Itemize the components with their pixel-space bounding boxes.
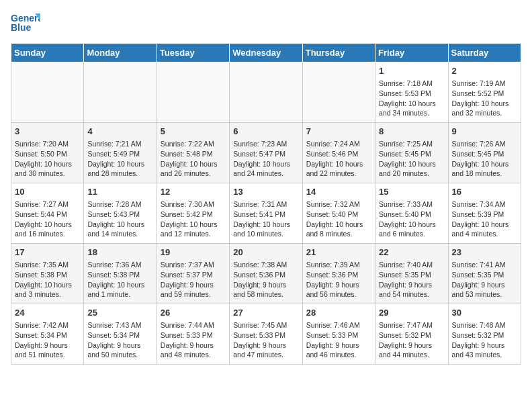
- day-number: 16: [452, 186, 517, 198]
- day-info: Sunrise: 7:41 AM Sunset: 5:35 PM Dayligh…: [452, 260, 517, 300]
- day-cell: 22Sunrise: 7:40 AM Sunset: 5:35 PM Dayli…: [375, 244, 448, 304]
- day-number: 27: [233, 307, 298, 319]
- day-info: Sunrise: 7:38 AM Sunset: 5:36 PM Dayligh…: [233, 260, 298, 300]
- day-cell: 30Sunrise: 7:48 AM Sunset: 5:32 PM Dayli…: [448, 304, 521, 365]
- day-info: Sunrise: 7:31 AM Sunset: 5:41 PM Dayligh…: [233, 199, 298, 239]
- day-cell: 1Sunrise: 7:18 AM Sunset: 5:53 PM Daylig…: [375, 62, 448, 123]
- day-number: 24: [15, 307, 80, 319]
- day-number: 8: [379, 126, 444, 138]
- day-info: Sunrise: 7:36 AM Sunset: 5:38 PM Dayligh…: [87, 260, 152, 300]
- calendar-body: 1Sunrise: 7:18 AM Sunset: 5:53 PM Daylig…: [11, 62, 521, 365]
- day-cell: 9Sunrise: 7:26 AM Sunset: 5:45 PM Daylig…: [448, 123, 521, 183]
- day-info: Sunrise: 7:34 AM Sunset: 5:39 PM Dayligh…: [452, 199, 517, 239]
- day-info: Sunrise: 7:42 AM Sunset: 5:34 PM Dayligh…: [15, 320, 80, 360]
- day-cell: [302, 62, 375, 123]
- day-info: Sunrise: 7:40 AM Sunset: 5:35 PM Dayligh…: [379, 260, 444, 300]
- day-cell: 2Sunrise: 7:19 AM Sunset: 5:52 PM Daylig…: [448, 62, 521, 123]
- day-info: Sunrise: 7:39 AM Sunset: 5:36 PM Dayligh…: [306, 260, 371, 300]
- day-number: 9: [452, 126, 517, 138]
- day-info: Sunrise: 7:33 AM Sunset: 5:40 PM Dayligh…: [379, 199, 444, 239]
- logo-svg: General Blue: [11, 11, 40, 36]
- day-cell: 8Sunrise: 7:25 AM Sunset: 5:45 PM Daylig…: [375, 123, 448, 183]
- day-info: Sunrise: 7:22 AM Sunset: 5:48 PM Dayligh…: [161, 139, 226, 179]
- week-row-4: 24Sunrise: 7:42 AM Sunset: 5:34 PM Dayli…: [11, 304, 521, 365]
- day-number: 23: [452, 246, 517, 259]
- day-number: 7: [306, 126, 371, 138]
- day-info: Sunrise: 7:44 AM Sunset: 5:33 PM Dayligh…: [161, 320, 226, 360]
- header-row: SundayMondayTuesdayWednesdayThursdayFrid…: [11, 44, 521, 62]
- header-day-tuesday: Tuesday: [157, 44, 229, 62]
- day-number: 15: [379, 186, 444, 198]
- day-cell: 29Sunrise: 7:47 AM Sunset: 5:32 PM Dayli…: [375, 304, 448, 365]
- day-number: 28: [306, 307, 371, 319]
- day-info: Sunrise: 7:20 AM Sunset: 5:50 PM Dayligh…: [15, 139, 80, 179]
- day-number: 18: [87, 246, 152, 259]
- week-row-3: 17Sunrise: 7:35 AM Sunset: 5:38 PM Dayli…: [11, 244, 521, 304]
- day-cell: 24Sunrise: 7:42 AM Sunset: 5:34 PM Dayli…: [11, 304, 84, 365]
- day-cell: [230, 62, 302, 123]
- day-info: Sunrise: 7:28 AM Sunset: 5:43 PM Dayligh…: [87, 199, 152, 239]
- day-cell: 5Sunrise: 7:22 AM Sunset: 5:48 PM Daylig…: [157, 123, 229, 183]
- day-cell: 25Sunrise: 7:43 AM Sunset: 5:34 PM Dayli…: [84, 304, 157, 365]
- day-cell: 4Sunrise: 7:21 AM Sunset: 5:49 PM Daylig…: [84, 123, 157, 183]
- week-row-2: 10Sunrise: 7:27 AM Sunset: 5:44 PM Dayli…: [11, 183, 521, 244]
- day-number: 19: [161, 246, 226, 259]
- day-cell: 11Sunrise: 7:28 AM Sunset: 5:43 PM Dayli…: [84, 183, 157, 244]
- day-info: Sunrise: 7:18 AM Sunset: 5:53 PM Dayligh…: [379, 79, 444, 118]
- day-cell: 10Sunrise: 7:27 AM Sunset: 5:44 PM Dayli…: [11, 183, 84, 244]
- day-cell: 14Sunrise: 7:32 AM Sunset: 5:40 PM Dayli…: [302, 183, 375, 244]
- day-cell: 15Sunrise: 7:33 AM Sunset: 5:40 PM Dayli…: [375, 183, 448, 244]
- day-info: Sunrise: 7:21 AM Sunset: 5:49 PM Dayligh…: [87, 139, 152, 179]
- day-info: Sunrise: 7:47 AM Sunset: 5:32 PM Dayligh…: [379, 320, 444, 360]
- header-day-wednesday: Wednesday: [230, 44, 302, 62]
- day-number: 4: [87, 126, 152, 138]
- day-info: Sunrise: 7:19 AM Sunset: 5:52 PM Dayligh…: [452, 79, 517, 118]
- day-info: Sunrise: 7:35 AM Sunset: 5:38 PM Dayligh…: [15, 260, 80, 300]
- header-day-friday: Friday: [375, 44, 448, 62]
- day-cell: 20Sunrise: 7:38 AM Sunset: 5:36 PM Dayli…: [230, 244, 302, 304]
- logo: General Blue: [11, 11, 40, 36]
- day-info: Sunrise: 7:26 AM Sunset: 5:45 PM Dayligh…: [452, 139, 517, 179]
- day-cell: 23Sunrise: 7:41 AM Sunset: 5:35 PM Dayli…: [448, 244, 521, 304]
- day-number: 25: [87, 307, 152, 319]
- day-info: Sunrise: 7:46 AM Sunset: 5:33 PM Dayligh…: [306, 320, 371, 360]
- day-number: 29: [379, 307, 444, 319]
- day-number: 13: [233, 186, 298, 198]
- header-day-sunday: Sunday: [11, 44, 84, 62]
- day-info: Sunrise: 7:32 AM Sunset: 5:40 PM Dayligh…: [306, 199, 371, 239]
- day-cell: 3Sunrise: 7:20 AM Sunset: 5:50 PM Daylig…: [11, 123, 84, 183]
- day-cell: 13Sunrise: 7:31 AM Sunset: 5:41 PM Dayli…: [230, 183, 302, 244]
- day-number: 21: [306, 246, 371, 259]
- day-number: 22: [379, 246, 444, 259]
- day-cell: 19Sunrise: 7:37 AM Sunset: 5:37 PM Dayli…: [157, 244, 229, 304]
- svg-text:Blue: Blue: [11, 22, 32, 33]
- day-info: Sunrise: 7:23 AM Sunset: 5:47 PM Dayligh…: [233, 139, 298, 179]
- week-row-0: 1Sunrise: 7:18 AM Sunset: 5:53 PM Daylig…: [11, 62, 521, 123]
- day-cell: 16Sunrise: 7:34 AM Sunset: 5:39 PM Dayli…: [448, 183, 521, 244]
- day-cell: 28Sunrise: 7:46 AM Sunset: 5:33 PM Dayli…: [302, 304, 375, 365]
- header-day-thursday: Thursday: [302, 44, 375, 62]
- day-number: 2: [452, 65, 517, 77]
- day-info: Sunrise: 7:43 AM Sunset: 5:34 PM Dayligh…: [87, 320, 152, 360]
- day-number: 1: [379, 65, 444, 77]
- day-cell: 6Sunrise: 7:23 AM Sunset: 5:47 PM Daylig…: [230, 123, 302, 183]
- day-cell: 12Sunrise: 7:30 AM Sunset: 5:42 PM Dayli…: [157, 183, 229, 244]
- day-cell: [157, 62, 229, 123]
- day-number: 20: [233, 246, 298, 259]
- header-day-saturday: Saturday: [448, 44, 521, 62]
- header-day-monday: Monday: [84, 44, 157, 62]
- day-cell: 7Sunrise: 7:24 AM Sunset: 5:46 PM Daylig…: [302, 123, 375, 183]
- day-cell: 21Sunrise: 7:39 AM Sunset: 5:36 PM Dayli…: [302, 244, 375, 304]
- calendar-header: SundayMondayTuesdayWednesdayThursdayFrid…: [11, 44, 521, 62]
- day-cell: 27Sunrise: 7:45 AM Sunset: 5:33 PM Dayli…: [230, 304, 302, 365]
- day-info: Sunrise: 7:27 AM Sunset: 5:44 PM Dayligh…: [15, 199, 80, 239]
- day-cell: 17Sunrise: 7:35 AM Sunset: 5:38 PM Dayli…: [11, 244, 84, 304]
- day-number: 14: [306, 186, 371, 198]
- day-cell: [84, 62, 157, 123]
- day-number: 10: [15, 186, 80, 198]
- day-number: 12: [161, 186, 226, 198]
- day-info: Sunrise: 7:25 AM Sunset: 5:45 PM Dayligh…: [379, 139, 444, 179]
- day-number: 17: [15, 246, 80, 259]
- day-number: 30: [452, 307, 517, 319]
- day-number: 3: [15, 126, 80, 138]
